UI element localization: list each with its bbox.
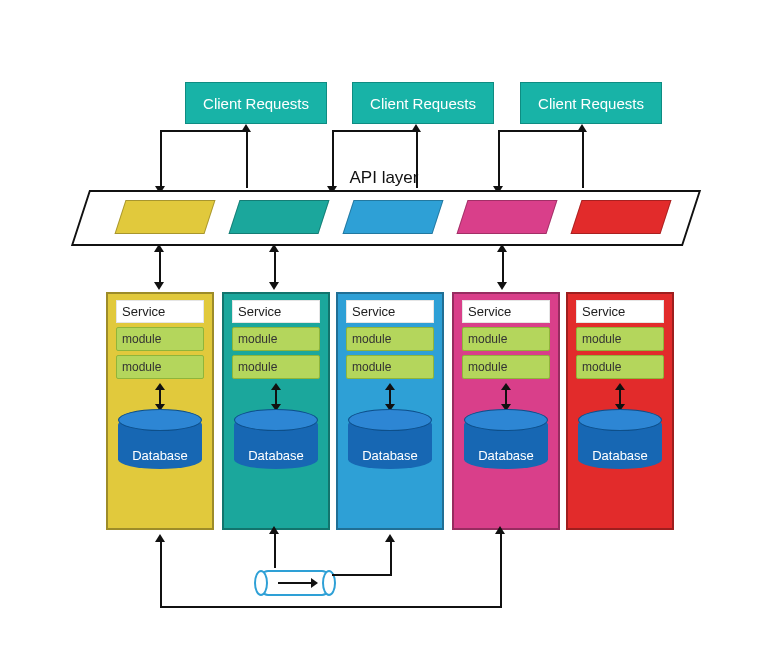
database-icon: Database <box>348 415 432 469</box>
arrow-head-up-icon <box>154 244 164 252</box>
pipe-arrow-icon <box>278 582 312 584</box>
arrow-line <box>332 574 392 576</box>
arrow-line <box>274 250 276 284</box>
database-icon: Database <box>234 415 318 469</box>
arrow-line <box>502 250 504 284</box>
client-requests-box: Client Requests <box>520 82 662 124</box>
api-chip <box>114 200 215 234</box>
database-label: Database <box>348 448 432 463</box>
service-title: Service <box>232 300 320 323</box>
database-label: Database <box>578 448 662 463</box>
client-label: Client Requests <box>538 95 644 112</box>
database-label: Database <box>464 448 548 463</box>
double-arrow-icon <box>499 383 513 411</box>
api-chip <box>456 200 557 234</box>
arrow-line <box>160 540 162 608</box>
card-front: Service module module Database <box>222 292 330 530</box>
arrow-head-up-icon <box>495 526 505 534</box>
arrow-head-up-icon <box>497 244 507 252</box>
arrow-line <box>160 130 162 188</box>
database-label: Database <box>234 448 318 463</box>
message-pipe-icon <box>258 570 332 596</box>
double-arrow-icon <box>613 383 627 411</box>
module-box: module <box>462 355 550 379</box>
arrow-head-down-icon <box>497 282 507 290</box>
arrow-line <box>332 130 334 188</box>
service-title: Service <box>116 300 204 323</box>
arrow-head-up-icon <box>269 526 279 534</box>
service-card: Service module module Database <box>452 292 560 530</box>
arrow-line <box>160 130 246 132</box>
arrow-line <box>159 250 161 284</box>
double-arrow-icon <box>153 383 167 411</box>
arrow-head-down-icon <box>269 282 279 290</box>
module-box: module <box>462 327 550 351</box>
module-box: module <box>232 327 320 351</box>
card-front: Service module module Database <box>106 292 214 530</box>
database-label: Database <box>118 448 202 463</box>
arrow-line <box>500 532 502 608</box>
api-chip <box>570 200 671 234</box>
service-card: Service module module Database <box>336 292 444 530</box>
module-box: module <box>116 327 204 351</box>
module-box: module <box>116 355 204 379</box>
module-box: module <box>232 355 320 379</box>
api-layer-label: API layer <box>350 168 419 188</box>
database-icon: Database <box>578 415 662 469</box>
service-title: Service <box>346 300 434 323</box>
database-icon: Database <box>464 415 548 469</box>
arrow-line <box>498 130 582 132</box>
service-card: Service module module Database <box>222 292 330 530</box>
card-front: Service module module Database <box>336 292 444 530</box>
arrow-line <box>332 130 416 132</box>
module-box: module <box>346 327 434 351</box>
service-card: Service module module Database <box>106 292 214 530</box>
api-chip <box>228 200 329 234</box>
arrow-line <box>160 606 500 608</box>
card-front: Service module module Database <box>452 292 560 530</box>
arrow-line <box>498 130 500 188</box>
arrow-line <box>274 532 276 568</box>
api-chip <box>342 200 443 234</box>
double-arrow-icon <box>383 383 397 411</box>
client-label: Client Requests <box>370 95 476 112</box>
arrow-line <box>582 130 584 188</box>
arrow-line <box>246 130 248 188</box>
arrow-line <box>390 540 392 576</box>
arrow-head-up-icon <box>385 534 395 542</box>
module-box: module <box>576 355 664 379</box>
arrow-head-up-icon <box>269 244 279 252</box>
double-arrow-icon <box>269 383 283 411</box>
client-label: Client Requests <box>203 95 309 112</box>
pipe-cap <box>254 570 268 596</box>
database-icon: Database <box>118 415 202 469</box>
client-requests-box: Client Requests <box>185 82 327 124</box>
arrow-head-up-icon <box>155 534 165 542</box>
arrow-head-down-icon <box>154 282 164 290</box>
client-requests-box: Client Requests <box>352 82 494 124</box>
card-front: Service module module Database <box>566 292 674 530</box>
service-card: Service module module Database <box>566 292 674 530</box>
service-title: Service <box>462 300 550 323</box>
module-box: module <box>346 355 434 379</box>
module-box: module <box>576 327 664 351</box>
service-title: Service <box>576 300 664 323</box>
